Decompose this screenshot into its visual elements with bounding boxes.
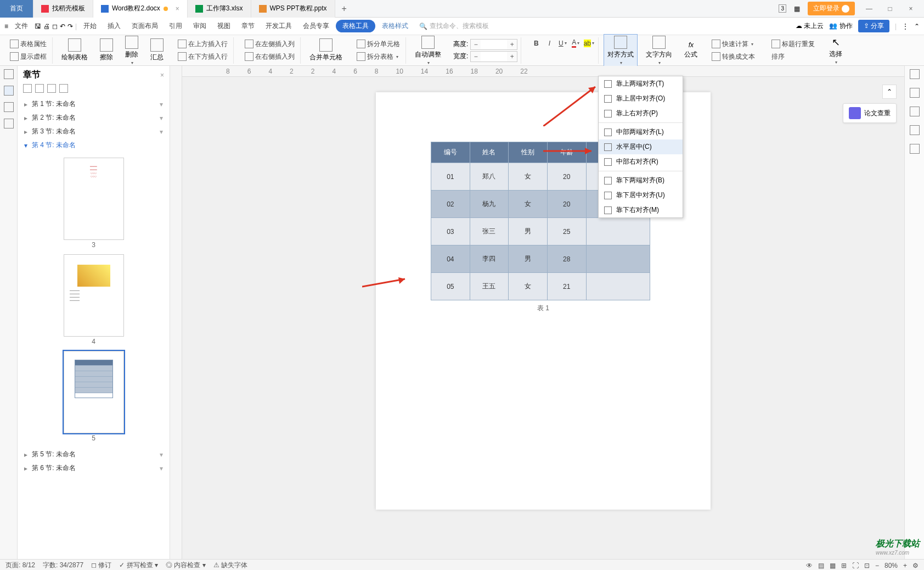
collapse-sidebar-button[interactable]: ⌃ [882, 85, 897, 99]
toolbox-icon[interactable] [910, 69, 920, 79]
preview-icon[interactable]: ◻ [52, 23, 58, 30]
align-mid-both[interactable]: 中部两端对齐(L) [599, 125, 683, 139]
login-button[interactable]: 立即登录 [808, 2, 855, 15]
menu-start[interactable]: 开始 [79, 19, 101, 33]
underline-button[interactable]: U▾ [556, 37, 568, 49]
word-count[interactable]: 字数: 34/2877 [43, 561, 83, 570]
minimize-button[interactable]: — [863, 5, 876, 13]
command-search[interactable]: 🔍查找命令、搜索模板 [419, 21, 489, 31]
nav-section-1[interactable]: ▸第 1 节: 未命名▾ [21, 97, 166, 111]
zoom-out-button[interactable]: − [875, 562, 879, 569]
new-tab-button[interactable]: + [335, 4, 353, 14]
align-button[interactable]: 对齐方式▾ [604, 35, 637, 66]
tab-xlsx[interactable]: 工作簿3.xlsx [188, 0, 251, 18]
save-icon[interactable]: 🖫 [35, 23, 41, 30]
quick-calc-button[interactable]: 快速计算▾ [709, 38, 757, 50]
apps-icon[interactable]: ▦ [794, 5, 800, 13]
chevron-up-icon[interactable]: ⌃ [914, 23, 920, 30]
table-row[interactable]: 05王五女21 [431, 273, 650, 300]
track-changes[interactable]: ◻ 修订 [91, 561, 111, 570]
menu-devtools[interactable]: 开发工具 [261, 19, 296, 33]
zoom-fit-icon[interactable]: ⊡ [864, 562, 870, 569]
zoom-value[interactable]: 80% [884, 562, 898, 569]
nav-tool-1[interactable] [23, 84, 32, 93]
select-button[interactable]: ↖选择▾ [826, 35, 846, 66]
height-decrease[interactable]: − [471, 41, 481, 48]
th[interactable]: 年龄 [547, 142, 586, 163]
th[interactable]: 姓名 [470, 142, 509, 163]
fullscreen-icon[interactable]: ⛶ [852, 562, 859, 569]
hamburger-icon[interactable]: ≡ [4, 23, 8, 30]
summary-button[interactable]: 汇总 [147, 37, 167, 63]
nav-section-2[interactable]: ▸第 2 节: 未命名▾ [21, 111, 166, 125]
view-print-icon[interactable]: ▤ [818, 562, 824, 569]
split-table-button[interactable]: 拆分表格▾ [354, 51, 402, 63]
align-bottom-right[interactable]: 靠下右对齐(M) [599, 203, 683, 217]
nav-tool-4[interactable] [59, 84, 68, 93]
thesis-check-button[interactable]: 论文查重 [843, 103, 897, 123]
page-thumb-5[interactable] [64, 351, 124, 433]
height-increase[interactable]: + [507, 41, 517, 48]
settings-icon[interactable]: ⚙ [912, 562, 919, 569]
menu-member[interactable]: 会员专享 [298, 19, 334, 33]
kebab-icon[interactable]: ⋮ [902, 23, 909, 30]
collab-button[interactable]: 👥 协作 [829, 21, 852, 31]
page-indicator[interactable]: 页面: 8/12 [5, 561, 35, 570]
width-increase[interactable]: + [507, 53, 517, 60]
maximize-button[interactable]: □ [883, 5, 897, 13]
font-color-button[interactable]: A▾ [570, 37, 582, 49]
more-icon[interactable]: ▾ [160, 114, 163, 122]
style-icon[interactable] [910, 107, 920, 116]
pen-icon[interactable] [910, 88, 920, 98]
draw-table-button[interactable]: 绘制表格 [58, 37, 91, 63]
align-bottom-both[interactable]: 靠下两端对齐(B) [599, 173, 683, 188]
nav-section-3[interactable]: ▸第 3 节: 未命名▾ [21, 125, 166, 138]
autofit-button[interactable]: 自动调整▾ [412, 35, 444, 66]
tab-home[interactable]: 首页 [0, 0, 33, 18]
outline-icon[interactable] [4, 69, 14, 79]
redo-icon[interactable]: ↷ [67, 23, 73, 30]
table-properties-button[interactable]: 表格属性 [8, 38, 49, 50]
split-cell-button[interactable]: 拆分单元格 [354, 38, 402, 50]
menu-table-style[interactable]: 表格样式 [378, 19, 413, 33]
share-button[interactable]: ⇪ 分享 [858, 20, 889, 32]
spell-check[interactable]: ✓ 拼写检查 ▾ [119, 561, 158, 570]
align-bottom-center[interactable]: 靠下居中对齐(U) [599, 188, 683, 203]
more-icon[interactable]: ▾ [160, 100, 163, 108]
more-icon[interactable]: ▾ [160, 465, 163, 472]
nav-section-4[interactable]: ▾第 4 节: 未命名 [21, 138, 166, 152]
align-top-center[interactable]: 靠上居中对齐(O) [599, 91, 683, 106]
find-icon[interactable] [4, 119, 14, 128]
more-icon[interactable]: ▾ [160, 451, 163, 459]
width-input[interactable] [481, 52, 507, 62]
eye-icon[interactable]: 👁 [806, 562, 813, 569]
nav-tool-3[interactable] [47, 84, 56, 93]
align-mid-right[interactable]: 中部右对齐(R) [599, 154, 683, 169]
missing-font[interactable]: ⚠ 缺失字体 [213, 561, 247, 570]
delete-button[interactable]: 删除▾ [122, 35, 142, 66]
tab-pptx[interactable]: WPS PPT教程.pptx [251, 0, 335, 18]
page-thumb-4[interactable]: ━━━━━━━━━━━━━━━━━━━━━━━━ [64, 254, 124, 337]
align-center[interactable]: 水平居中(C) [599, 139, 683, 154]
close-window-button[interactable]: × [904, 5, 917, 13]
history-icon[interactable] [910, 125, 920, 135]
table-caption[interactable]: 表 1 [398, 304, 689, 313]
bold-button[interactable]: B [530, 37, 542, 49]
highlight-button[interactable]: ab▾ [583, 37, 595, 49]
view-web-icon[interactable]: ⊞ [841, 562, 847, 569]
eraser-button[interactable]: 擦除 [97, 37, 116, 63]
print-icon[interactable]: 🖨 [43, 23, 50, 30]
grid3-icon[interactable]: 3 [779, 4, 786, 13]
menu-file[interactable]: 文件 [10, 19, 32, 33]
nav-close-button[interactable]: × [160, 71, 164, 79]
panel-icon[interactable] [910, 144, 920, 154]
nav-section-5[interactable]: ▸第 5 节: 未命名▾ [21, 448, 166, 461]
horizontal-ruler[interactable]: 86422468101416182022 [182, 66, 904, 77]
close-icon[interactable]: × [176, 5, 179, 13]
show-gridlines-button[interactable]: 显示虚框 [8, 51, 49, 63]
width-decrease[interactable]: − [471, 53, 481, 60]
italic-button[interactable]: I [543, 37, 555, 49]
bookmark-icon[interactable] [4, 102, 14, 112]
sort-button[interactable]: 排序 [769, 51, 817, 63]
menu-view[interactable]: 视图 [213, 19, 235, 33]
